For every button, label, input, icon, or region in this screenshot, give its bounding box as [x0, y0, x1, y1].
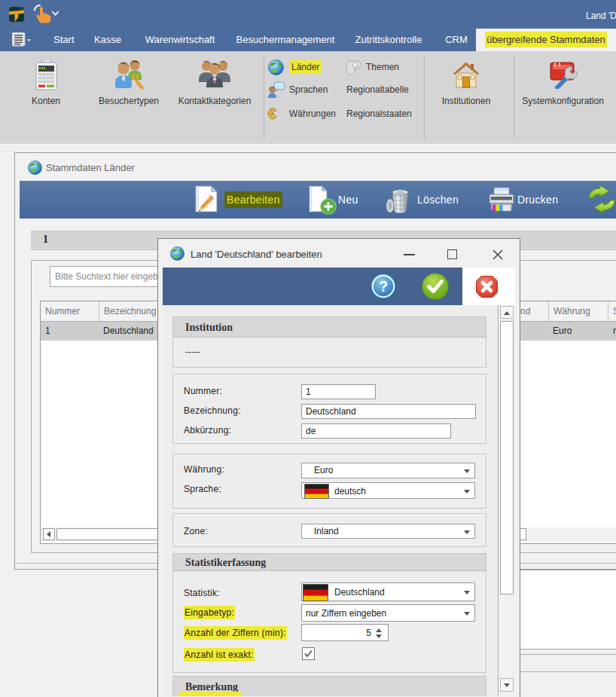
svg-text:?: ?	[379, 278, 388, 295]
svg-text:€: €	[268, 105, 276, 122]
